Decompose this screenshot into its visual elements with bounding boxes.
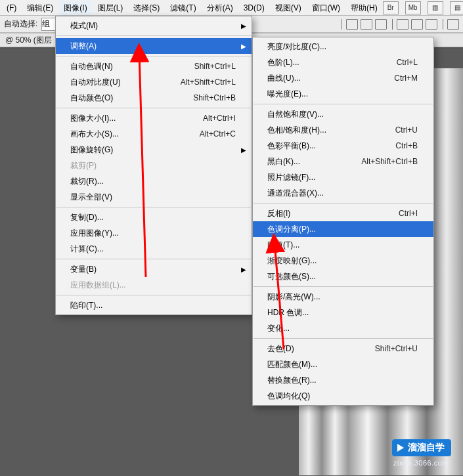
menu-item-label: 亮度/对比度(C)... [267,41,418,53]
menu-help[interactable]: 帮助(H) [345,1,383,15]
image-menu-item[interactable]: 自动颜色(O)Shift+Ctrl+B [56,90,252,106]
menu-item-label: 裁剪(P) [70,160,236,171]
distribute-h-icon[interactable] [397,19,408,30]
adjust-menu-item[interactable]: 自然饱和度(V)... [253,106,433,122]
menu-item-label: 显示全部(V) [70,192,236,203]
adjust-menu-item[interactable]: 照片滤镜(F)... [253,169,433,185]
image-menu-item[interactable]: 应用图像(Y)... [56,225,252,241]
menu-item-shortcut: Shift+Ctrl+L [194,62,236,71]
menu-item-label: 可选颜色(S)... [267,271,418,282]
menu-item-shortcut: Alt+Ctrl+I [203,114,236,123]
auto-align-icon[interactable] [447,19,459,30]
menu-item-label: 通道混合器(X)... [267,188,418,199]
image-menu-item[interactable]: 计算(C)... [56,241,252,257]
auto-select-label: 自动选择: [4,18,37,30]
menu-item-shortcut: Shift+Ctrl+U [375,344,418,353]
menu-image[interactable]: 图像(I) [58,1,92,15]
arrange-icon[interactable]: ▤ [450,1,463,14]
mb-icon[interactable]: Mb [405,1,421,14]
adjust-menu-item[interactable]: 通道混合器(X)... [253,185,433,201]
image-menu-item[interactable]: 变量(B)▶ [56,261,252,277]
menu-item-label: 色相/饱和度(H)... [267,125,376,136]
distribute-v-icon[interactable] [411,19,423,30]
bridge-icon[interactable]: Br [383,1,399,14]
menubar-icons: Br Mb ▥ ▤ [383,1,463,14]
menu-layer[interactable]: 图层(L) [93,1,129,15]
menu-item-label: 裁切(R)... [70,176,236,187]
menu-item-label: 画布大小(S)... [70,129,180,140]
menu-item-shortcut: Alt+Ctrl+C [200,129,236,139]
adjust-menu-item[interactable]: 反相(I)Ctrl+I [253,206,433,221]
submenu-arrow-icon: ▶ [241,43,246,50]
adjust-menu-item[interactable]: 黑白(K)...Alt+Shift+Ctrl+B [253,154,433,169]
adjust-menu-item[interactable]: 可选颜色(S)... [253,269,433,284]
image-menu-item[interactable]: 自动色调(N)Shift+Ctrl+L [56,58,252,74]
menu-item-label: 色阶(L)... [267,57,377,68]
adjust-menu-item[interactable]: 色彩平衡(B)...Ctrl+B [253,138,433,154]
menu-window[interactable]: 窗口(W) [307,1,345,15]
adjust-menu-item[interactable]: 渐变映射(G)... [253,253,433,269]
distribute-c-icon[interactable] [426,19,437,30]
menu-item-shortcut: Ctrl+L [397,58,418,67]
adjust-menu-item[interactable]: 色阶(L)...Ctrl+L [253,54,433,70]
menu-3d[interactable]: 3D(D) [238,1,270,15]
menu-item-label: 匹配颜色(M)... [267,359,418,370]
adjust-menu-item[interactable]: 匹配颜色(M)... [253,357,433,372]
adjust-menu-item[interactable]: 色调分离(P)... [253,221,433,237]
menu-edit[interactable]: 编辑(E) [22,1,58,15]
adjust-menu-item[interactable]: 替换颜色(R)... [253,372,433,388]
screen-mode-icon[interactable]: ▥ [428,1,443,14]
menu-item-label: 应用数据组(L)... [70,280,236,291]
menu-item-shortcut: Shift+Ctrl+B [193,93,236,102]
menu-item-label: 应用图像(Y)... [70,228,236,239]
menu-analysis[interactable]: 分析(A) [202,1,238,15]
image-menu-item[interactable]: 画布大小(S)...Alt+Ctrl+C [56,126,252,142]
adjust-menu-item[interactable]: 曝光度(E)... [253,86,433,102]
menu-file[interactable]: (F) [1,1,22,15]
adjust-menu-item[interactable]: 色相/饱和度(H)...Ctrl+U [253,122,433,138]
image-menu-item[interactable]: 显示全部(V) [56,189,252,205]
adjust-menu-item[interactable]: 色调均化(Q) [253,388,433,404]
menu-item-label: 变量(B) [70,264,236,275]
watermark-brand: 溜溜自学 [408,442,445,454]
adjust-menu-item[interactable]: 亮度/对比度(C)... [253,39,433,54]
menu-item-label: 渐变映射(G)... [267,255,418,267]
image-menu-item[interactable]: 陷印(T)... [56,297,252,313]
menu-item-shortcut: Alt+Shift+Ctrl+B [361,157,418,166]
adjustments-submenu: 亮度/对比度(C)...色阶(L)...Ctrl+L曲线(U)...Ctrl+M… [252,37,434,406]
adjust-menu-item[interactable]: 阴影/高光(W)... [253,289,433,305]
align-center-icon[interactable] [361,19,372,30]
image-menu-item[interactable]: 图像旋转(G)▶ [56,142,252,158]
menu-filter[interactable]: 滤镜(T) [165,1,201,15]
menu-item-label: 色调分离(P)... [267,224,418,235]
image-menu-item: 裁剪(P) [56,158,252,173]
align-icons [339,17,459,32]
adjust-menu-item[interactable]: 去色(D)Shift+Ctrl+U [253,341,433,357]
menu-item-label: 计算(C)... [70,244,236,255]
menu-separator [56,56,251,56]
menu-item-label: 去色(D) [267,343,355,355]
image-menu-item[interactable]: 复制(D)... [56,209,252,225]
menu-item-shortcut: Ctrl+U [395,125,418,135]
adjust-menu-item[interactable]: 变化... [253,320,433,336]
adjust-menu-item[interactable]: HDR 色调... [253,305,433,320]
image-menu-item[interactable]: 图像大小(I)...Alt+Ctrl+I [56,110,252,126]
adjust-menu-item[interactable]: 曲线(U)...Ctrl+M [253,70,433,86]
adjust-menu-item[interactable]: 阈值(T)... [253,237,433,253]
document-tab-label: @ 50% (图层 [5,35,52,46]
menu-item-label: 图像大小(I)... [70,113,183,124]
align-left-icon[interactable] [346,19,358,30]
menu-item-label: 自动颜色(O) [70,93,173,104]
menu-separator [56,108,251,108]
image-menu-item[interactable]: 自动对比度(U)Alt+Shift+Ctrl+L [56,74,252,90]
menu-separator [254,203,433,204]
image-menu-item[interactable]: 裁切(R)... [56,173,252,189]
menu-item-label: 自动色调(N) [70,61,175,72]
menu-select[interactable]: 选择(S) [128,1,165,15]
image-menu-item: 应用数据组(L)... [56,277,252,293]
menu-separator [254,104,433,104]
align-right-icon[interactable] [375,19,387,30]
menu-view[interactable]: 视图(V) [270,1,307,15]
image-menu-item[interactable]: 调整(A)▶ [56,38,252,54]
image-menu-item[interactable]: 模式(M)▶ [56,18,252,33]
